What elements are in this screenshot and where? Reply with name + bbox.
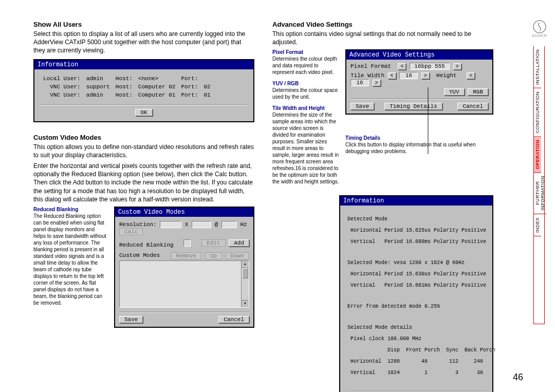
timing-info-dialog: Information Detected Mode Horizontal Per…: [339, 195, 493, 392]
side-nav: INSTALLATION CONFIGURATION OPERATION FUR…: [533, 46, 545, 324]
h-right-arrow[interactable]: >: [373, 80, 381, 86]
nav-installation[interactable]: INSTALLATION: [534, 46, 541, 88]
pixel-format-body: Determines the colour depth and data req…: [272, 55, 339, 76]
custom-video-p2: Enter the horizontal and vertical pixels…: [33, 162, 254, 203]
advanced-dialog: Advanced Video Settings Pixel Format < 1…: [345, 49, 493, 115]
tile-width-label: Tile Width: [350, 72, 384, 79]
resolution-label: Resolution:: [119, 221, 157, 228]
custom-video-heading: Custom Video Modes: [33, 134, 254, 141]
advanced-body: This option contains video signal settin…: [272, 30, 493, 46]
custom-video-dialog: Custom Video Modes Resolution: X @ Hz Ca…: [114, 207, 254, 328]
ok-button[interactable]: OK: [135, 109, 152, 116]
add-button[interactable]: Add: [229, 239, 249, 247]
adv-save-button[interactable]: Save: [350, 103, 374, 110]
info-line: Horizontal Period 15.625us Polarity Posi…: [347, 228, 487, 233]
info-line: Selected Mode details: [347, 325, 487, 330]
yuv-rgb-title: YUV / RGB: [272, 81, 339, 86]
res-hz-input[interactable]: [221, 221, 237, 228]
tile-title: Tile Width and Height: [272, 105, 339, 111]
show-all-users-heading: Show All Users: [33, 21, 254, 28]
nav-configuration[interactable]: CONFIGURATION: [534, 88, 541, 137]
timing-details-button[interactable]: Timing Details: [384, 103, 442, 110]
nav-operation[interactable]: OPERATION: [534, 137, 541, 173]
reduced-blanking-body: The Reduced Blanking option can be enabl…: [33, 213, 108, 306]
save-button[interactable]: Save: [119, 316, 143, 323]
scrollbar[interactable]: ▴ ▾: [241, 261, 249, 307]
reduced-blanking-label: Reduced Blanking: [119, 242, 174, 248]
cancel-button[interactable]: Cancel: [218, 316, 249, 323]
connector-line: [428, 87, 429, 154]
information-dialog: Information Local User:adminHost:<none>P…: [33, 59, 254, 122]
adder-logo: ADDER: [531, 20, 548, 38]
timing-details-title: Timing Details: [345, 135, 493, 141]
info-line: Horizontal Period 15.630us Polarity Posi…: [347, 271, 487, 277]
adv-cancel-button[interactable]: Cancel: [457, 103, 488, 110]
height-label: Height: [436, 72, 457, 79]
info-line: Selected Mode: vesa 1280 x 1024 @ 60Hz: [347, 260, 487, 266]
reduced-blanking-title: Reduced Blanking: [33, 207, 108, 212]
page-number: 46: [513, 372, 523, 383]
modes-listbox[interactable]: ▴ ▾: [119, 260, 249, 308]
hz-label: Hz: [240, 221, 247, 228]
pixel-format-label: Pixel Format: [350, 63, 391, 69]
info-line: Error from detected mode 0.25%: [347, 304, 487, 309]
scroll-up-icon[interactable]: ▴: [242, 261, 249, 268]
info-line: Disp Front Porch Sync Back Porch: [347, 347, 487, 353]
timing-details-body: Click this button to display information…: [345, 141, 493, 155]
tw-left-arrow[interactable]: <: [388, 72, 396, 79]
pf-right-arrow[interactable]: >: [453, 63, 461, 70]
custom-video-dlg-title: Custom Video Modes: [115, 208, 253, 217]
advanced-dlg-title: Advanced Video Settings: [346, 50, 492, 60]
info-line: Vertical 1024 1 3 38: [347, 370, 487, 376]
yuv-button[interactable]: YUV: [444, 88, 465, 96]
pf-left-arrow[interactable]: <: [398, 63, 406, 70]
height-value: 16: [350, 79, 369, 86]
scroll-down-icon[interactable]: ▾: [242, 300, 249, 307]
tile-width-value: 16: [399, 72, 418, 79]
pixel-format-value: 16bpp 555: [410, 63, 450, 70]
info-line: Detected Mode: [347, 216, 487, 222]
res-width-input[interactable]: [160, 221, 181, 228]
custom-modes-label: Custom Modes: [119, 252, 160, 258]
nav-index[interactable]: INDEX: [534, 214, 541, 236]
table-row: Local User:adminHost:<none>Port:: [41, 74, 214, 83]
up-button[interactable]: Up: [205, 252, 222, 259]
tw-right-arrow[interactable]: >: [421, 72, 430, 79]
timing-info-title: Information: [340, 196, 492, 206]
info-line: Horizontal 1280 48 112 248: [347, 359, 487, 364]
table-row: VNC User:supportHost:Computer 02Port:02: [41, 83, 214, 91]
info-line: Vertical Period 16.698ms Polarity Positi…: [347, 239, 487, 245]
down-button[interactable]: Down: [226, 252, 249, 259]
at-label: @: [215, 221, 218, 228]
pixel-format-title: Pixel Format: [272, 49, 339, 55]
res-height-input[interactable]: [192, 221, 211, 228]
rgb-button[interactable]: RGB: [468, 88, 488, 96]
h-left-arrow[interactable]: <: [467, 72, 475, 79]
nav-further[interactable]: FURTHER INFORMATION: [534, 173, 546, 214]
information-title: Information: [34, 60, 253, 69]
calc-button[interactable]: Calc: [119, 228, 143, 235]
info-line: Vertical Period 16.661ms Polarity Positi…: [347, 283, 487, 288]
custom-video-p1: This option allows you to define non-sta…: [33, 143, 254, 159]
reduced-blanking-checkbox[interactable]: [183, 239, 191, 247]
info-line: Pixel clock 108.000 MHz: [347, 336, 487, 342]
user-table: Local User:adminHost:<none>Port: VNC Use…: [41, 74, 214, 99]
yuv-rgb-body: Determines the colour space used by the …: [272, 87, 339, 100]
x-label: X: [185, 221, 189, 228]
advanced-heading: Advanced Video Settings: [272, 21, 493, 28]
show-all-users-body: Select this option to display a list of …: [33, 30, 254, 55]
edit-button[interactable]: Edit: [201, 239, 225, 247]
remove-button[interactable]: Remove: [171, 252, 202, 259]
table-row: VNC User:adminHost:Computer 01Port:01: [41, 91, 214, 99]
scroll-thumb[interactable]: [242, 268, 248, 278]
tile-body: Determines the size of the sample areas …: [272, 111, 339, 185]
